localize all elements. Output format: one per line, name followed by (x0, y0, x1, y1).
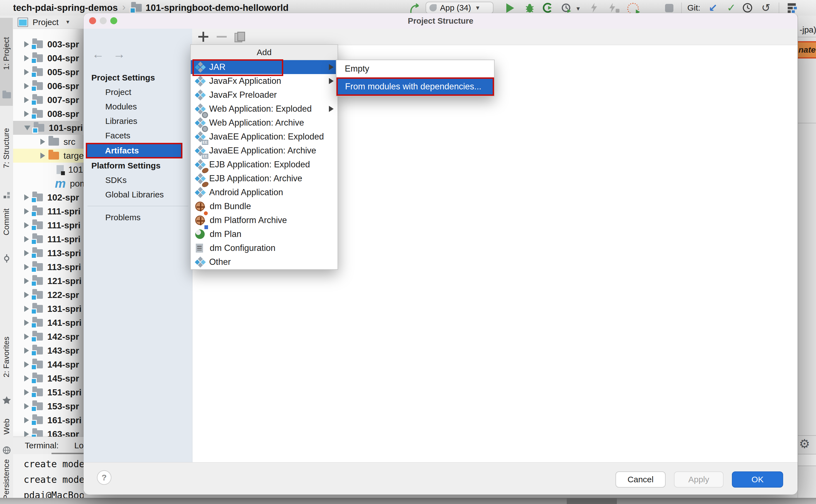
expand-chevron-icon[interactable] (24, 264, 29, 270)
tree-row[interactable]: 131-spri (13, 302, 84, 316)
forward-arrow-icon[interactable]: → (113, 47, 125, 61)
tree-row[interactable]: 101-s (13, 163, 84, 177)
settings-nav-item[interactable]: Global Libraries (84, 187, 192, 202)
project-structure-icon[interactable] (786, 2, 802, 13)
tree-row[interactable]: 005-spr (13, 65, 84, 79)
debug-bug-icon[interactable] (524, 2, 535, 13)
run-button[interactable] (506, 3, 514, 13)
tree-row[interactable]: 111-spri (13, 218, 84, 232)
tree-row[interactable]: 113-spri (13, 260, 84, 274)
menu-item[interactable]: Other (191, 255, 338, 269)
submenu-item[interactable]: Empty (336, 60, 494, 77)
expand-chevron-icon[interactable] (24, 41, 29, 47)
expand-chevron-icon[interactable] (40, 139, 45, 145)
menu-item[interactable]: JavaFx Application (191, 74, 338, 88)
toolwindow-web[interactable]: Web (0, 411, 13, 454)
expand-chevron-icon[interactable] (24, 194, 29, 200)
tree-row[interactable]: 144-spr (13, 358, 84, 371)
settings-nav-item[interactable]: Project Settings (84, 70, 192, 85)
expand-chevron-icon[interactable] (24, 83, 29, 89)
tree-row[interactable]: 153-spr (13, 399, 84, 413)
tree-row[interactable]: 122-spr (13, 288, 84, 302)
settings-nav-item[interactable]: Modules (84, 99, 192, 114)
toolwindow-structure[interactable]: 7: Structure (0, 107, 13, 199)
expand-chevron-icon[interactable] (24, 236, 29, 242)
settings-nav-item[interactable]: Project (84, 85, 192, 99)
expand-chevron-icon[interactable] (24, 306, 29, 312)
chevron-down-icon[interactable]: ▼ (65, 19, 70, 25)
expand-chevron-icon[interactable] (24, 126, 30, 130)
tree-row[interactable]: 101-spri (13, 121, 84, 135)
dialog-titlebar[interactable]: Project Structure (84, 13, 798, 29)
menu-item[interactable]: JAR (191, 60, 338, 74)
tree-row[interactable]: 111-spri (13, 204, 84, 218)
tree-row[interactable]: 008-spr (13, 107, 84, 121)
settings-nav-item[interactable]: Facets (84, 128, 192, 143)
settings-nav-item[interactable]: Platform Settings (84, 158, 192, 173)
toolwindow-persistence[interactable]: Persistence (0, 450, 13, 504)
expand-chevron-icon[interactable] (24, 250, 29, 256)
menu-item[interactable]: EE JavaEE Application: Exploded (191, 130, 338, 144)
expand-chevron-icon[interactable] (40, 153, 45, 159)
zoom-traffic-light[interactable] (110, 17, 117, 24)
toolwindow-commit[interactable]: Commit (0, 194, 13, 263)
add-icon[interactable] (198, 32, 208, 42)
expand-chevron-icon[interactable] (24, 348, 29, 354)
tree-row[interactable]: 004-spr (13, 51, 84, 65)
minimize-traffic-light[interactable] (100, 17, 107, 24)
menu-item[interactable]: dm Configuration (191, 241, 338, 255)
expand-chevron-icon[interactable] (24, 320, 29, 326)
settings-nav-item[interactable]: Artifacts (86, 143, 182, 158)
back-arrow-icon[interactable]: ← (92, 47, 104, 61)
expand-chevron-icon[interactable] (24, 417, 29, 423)
run-with-coverage-icon[interactable] (543, 2, 554, 13)
settings-nav-item[interactable]: Libraries (84, 114, 192, 128)
profiler-clock-icon[interactable] (560, 2, 573, 13)
tree-row[interactable]: 141-spri (13, 316, 84, 330)
expand-chevron-icon[interactable] (24, 389, 29, 395)
tree-row[interactable]: 003-spr (13, 37, 84, 51)
close-traffic-light[interactable] (89, 17, 96, 24)
menu-item[interactable]: Android Application (191, 185, 338, 199)
navigate-back-icon[interactable] (409, 2, 421, 13)
menu-item[interactable]: EJB Application: Archive (191, 172, 338, 185)
tree-row[interactable]: targe (13, 149, 84, 163)
gear-icon[interactable]: ⚙ (799, 437, 810, 451)
expand-chevron-icon[interactable] (24, 403, 29, 409)
expand-chevron-icon[interactable] (24, 208, 29, 214)
toolwindow-project[interactable]: 1: Project (0, 24, 13, 99)
menu-item[interactable]: dm Bundle (191, 199, 338, 213)
menu-item[interactable]: dm Plan (191, 227, 338, 241)
tree-row[interactable]: 161-spri (13, 413, 84, 427)
tree-row[interactable]: 142-spr (13, 330, 84, 344)
tree-row[interactable]: 121-spri (13, 274, 84, 288)
expand-chevron-icon[interactable] (24, 55, 29, 61)
breadcrumb-module[interactable]: 101-springboot-demo-helloworld (146, 3, 289, 13)
menu-item[interactable]: JavaFx Preloader (191, 88, 338, 102)
submenu-item[interactable]: From modules with dependencies... (336, 77, 494, 96)
settings-nav-item[interactable] (84, 202, 192, 210)
tree-row[interactable]: 113-spri (13, 246, 84, 260)
tree-row[interactable]: m pom.x (13, 177, 84, 190)
expand-chevron-icon[interactable] (24, 292, 29, 298)
menu-item[interactable]: Web Application: Exploded (191, 102, 338, 116)
expand-chevron-icon[interactable] (24, 97, 29, 103)
toolwindow-favorites[interactable]: 2: Favorites (0, 322, 13, 404)
tree-row[interactable]: 006-spr (13, 79, 84, 93)
tree-row[interactable]: 143-spr (13, 344, 84, 358)
help-button[interactable]: ? (97, 470, 111, 485)
expand-chevron-icon[interactable] (24, 375, 29, 381)
tree-row[interactable]: 102-spr (13, 190, 84, 204)
tree-row[interactable]: 145-spr (13, 371, 84, 385)
expand-chevron-icon[interactable] (24, 222, 29, 228)
menu-item[interactable]: EE JavaEE Application: Archive (191, 144, 338, 158)
expand-chevron-icon[interactable] (24, 69, 29, 75)
project-panel-header[interactable]: Project ▼ (13, 16, 84, 29)
tree-row[interactable]: 007-spr (13, 93, 84, 107)
breadcrumb-project[interactable]: tech-pdai-spring-demos (13, 3, 118, 13)
expand-chevron-icon[interactable] (24, 278, 29, 284)
expand-chevron-icon[interactable] (24, 334, 29, 340)
profiler-chevron-icon[interactable]: ▼ (575, 6, 581, 12)
tree-row[interactable]: 111-spri (13, 232, 84, 246)
menu-item[interactable]: dm Platform Archive (191, 213, 338, 227)
